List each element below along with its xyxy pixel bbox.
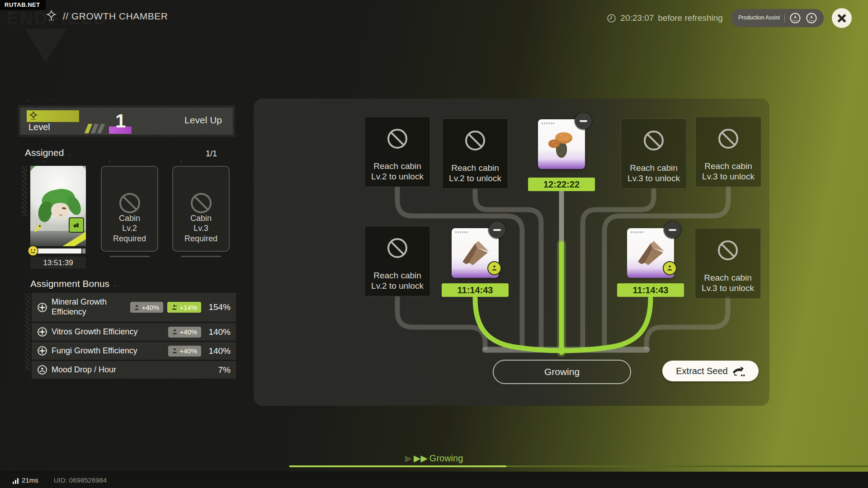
assist-gauge-icon-2[interactable] [806, 12, 817, 24]
ping-value: 21ms [22, 476, 38, 484]
growing-seed-card-wood[interactable] [452, 228, 499, 278]
operator-class-badge [69, 217, 84, 233]
plot-locked-lv3[interactable]: Reach cabin Lv.3 to unlock [695, 117, 761, 187]
clock-icon [607, 14, 616, 23]
status-arrows: ▶▶ [414, 453, 428, 464]
assigned-operator-card[interactable] [30, 166, 86, 246]
header-right: 20:23:07 before refreshing Production As… [607, 8, 852, 28]
level-pips [86, 124, 103, 133]
remove-seed-button[interactable] [489, 221, 505, 238]
mood-icon [37, 365, 47, 375]
close-button[interactable] [832, 8, 852, 28]
deco-microtext: // ··· ····· · ····· ·· [108, 160, 142, 163]
unlock-requirement: Reach cabin Lv.3 to unlock [700, 161, 757, 183]
remove-seed-button[interactable] [575, 113, 592, 129]
prohibited-icon [387, 238, 407, 258]
status-label: Growing [429, 453, 463, 464]
bonus-value: 140% [205, 327, 231, 337]
growing-seed-card-wood[interactable] [627, 228, 674, 278]
unlock-requirement: Reach cabin Lv.3 to unlock [625, 163, 682, 184]
person-icon [172, 329, 177, 335]
level-up-button[interactable]: Level Up [184, 115, 222, 126]
cabin-requirement: Cabin Lv.3 Required [183, 213, 219, 244]
slot-underline [181, 256, 221, 257]
sprout-icon [45, 10, 57, 22]
bonus-name: Fungi Growth Efficiency [52, 346, 137, 356]
pill-divider [784, 14, 785, 22]
growth-timer: 11:14:43 [442, 283, 509, 297]
bonus-header: Assignment Bonus // ··· ····· · ····· ·· [30, 278, 147, 289]
uid-label: UID: 0698526984 [54, 476, 107, 484]
bonus-badge-gray: +40% [168, 327, 201, 338]
refresh-time: 20:23:07 [620, 13, 654, 23]
card-microtext [542, 122, 555, 124]
deco-hatch-strip [22, 166, 27, 216]
bonus-name: Mood Drop / Hour [52, 365, 116, 375]
unlock-requirement: Reach cabin Lv.2 to unlock [369, 161, 426, 183]
ping-indicator: 21ms [13, 476, 38, 484]
production-assist-label: Production Assist [738, 15, 780, 21]
refresh-suffix: before refreshing [658, 13, 723, 23]
sprout-icon-small [28, 111, 38, 121]
assist-gauge-icon-1[interactable] [789, 12, 801, 24]
level-accent-block [27, 110, 79, 122]
extract-seed-button[interactable]: Extract Seed [662, 361, 759, 381]
page-title-row: // GROWTH CHAMBER [45, 10, 168, 22]
chamber-status: ▶ ▶▶ Growing [0, 453, 868, 464]
prohibited-icon [465, 131, 485, 150]
deco-hatch-strip [25, 293, 30, 371]
bonus-badge-gray: +40% [130, 302, 163, 313]
plot-locked-lv2[interactable]: Reach cabin Lv.2 to unlock [364, 226, 430, 296]
bonus-row-mineral: Mineral Growth Efficiency +40% +14% 154% [32, 293, 236, 322]
bonus-name: Mineral Growth Efficiency [52, 297, 126, 317]
growth-chamber-panel: Reach cabin Lv.2 to unlock Reach cabin L… [254, 99, 769, 406]
production-assist-button[interactable]: Production Assist [731, 9, 824, 27]
plot-locked-lv2[interactable]: Reach cabin Lv.2 to unlock [364, 117, 430, 187]
operator-assignment-timer: 13:51:39 [30, 257, 86, 269]
deco-microtext: // ··· ····· · ····· ·· [68, 153, 102, 156]
efficiency-icon [37, 346, 47, 356]
bonus-title: Assignment Bonus [30, 278, 109, 289]
assigned-title: Assigned [25, 147, 64, 158]
extract-seed-icon [731, 365, 745, 377]
minus-icon [669, 229, 676, 231]
bonus-list: Mineral Growth Efficiency +40% +14% 154% [32, 293, 236, 379]
wood-item-art [458, 235, 492, 270]
cabin-requirement: Cabin Lv.2 Required [112, 213, 148, 244]
growing-seed-card-mushroom[interactable] [538, 119, 585, 169]
assign-slot-locked-2[interactable]: Cabin Lv.3 Required [172, 166, 230, 252]
prohibited-icon [119, 193, 140, 213]
prohibited-icon [387, 129, 407, 149]
mood-bar [30, 248, 86, 254]
bottom-bar: 21ms UID: 0698526984 [0, 472, 868, 488]
bonus-badge-gray: +40% [168, 346, 201, 357]
plot-locked-lv3[interactable]: Reach cabin Lv.3 to unlock [621, 118, 687, 189]
growth-timer: 12:22:22 [528, 178, 595, 191]
unlock-requirement: Reach cabin Lv.3 to unlock [699, 272, 756, 294]
level-bar[interactable]: Level 1 Level Up [18, 105, 235, 137]
wrench-icon [33, 223, 43, 235]
bonus-row-fungi: Fungi Growth Efficiency +40% 140% [32, 342, 236, 360]
plot-locked-lv3[interactable]: Reach cabin Lv.3 to unlock [695, 228, 761, 299]
efficiency-icon [37, 327, 47, 337]
remove-seed-button[interactable] [664, 221, 681, 238]
growing-button[interactable]: Growing [493, 360, 631, 384]
refresh-timer: 20:23:07 before refreshing [607, 13, 723, 23]
assign-slot-locked-1[interactable]: Cabin Lv.2 Required [101, 166, 158, 252]
prohibited-icon [191, 193, 212, 213]
growth-timer: 11:14:43 [617, 283, 684, 297]
bonus-value: 154% [205, 302, 231, 312]
person-icon [171, 305, 177, 310]
page-title: // GROWTH CHAMBER [63, 11, 168, 22]
person-icon [134, 305, 139, 310]
level-value: 1 [115, 109, 126, 133]
slot-underline [110, 256, 150, 257]
bonus-row-vitros: Vitros Growth Efficiency +40% 140% [32, 323, 236, 341]
mushroom-item-art [544, 127, 579, 161]
bonus-badge-green: +14% [167, 302, 201, 313]
prohibited-icon [718, 240, 738, 260]
person-icon [172, 348, 177, 354]
level-value-wrap: 1 [109, 109, 141, 133]
prohibited-icon [644, 131, 664, 150]
plot-locked-lv2[interactable]: Reach cabin Lv.2 to unlock [442, 118, 508, 189]
